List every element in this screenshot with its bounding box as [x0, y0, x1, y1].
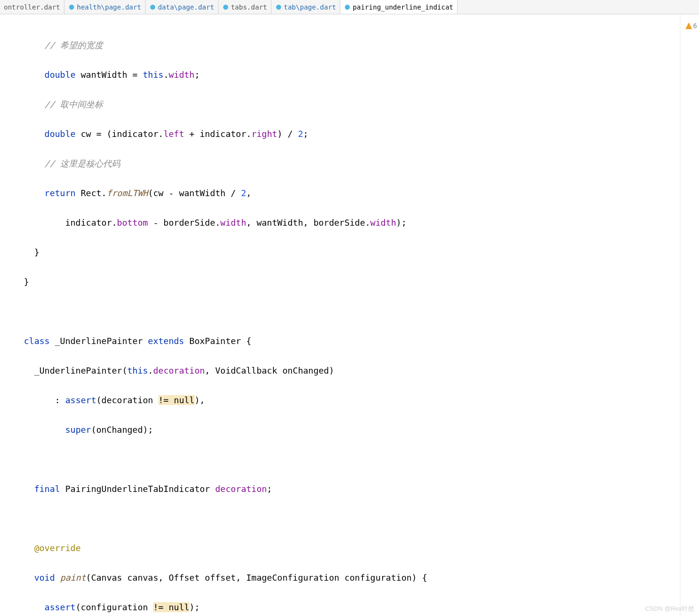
dart-file-icon — [275, 4, 282, 10]
editor-area: // 希望的宽度 double wantWidth = this.width; … — [0, 14, 699, 616]
keyword: return — [44, 188, 75, 198]
code-text: (decoration — [96, 395, 158, 405]
space — [55, 573, 60, 583]
keyword: double — [44, 70, 75, 80]
field: decoration — [153, 365, 205, 376]
code-text: (Canvas canvas, Offset offset, ImageConf… — [86, 573, 427, 583]
function-name: paint — [60, 573, 86, 583]
dart-file-icon — [222, 4, 229, 10]
code-text: ) / — [277, 129, 298, 139]
keyword: this — [143, 70, 163, 80]
code-text: ; — [303, 129, 308, 139]
number: 2 — [241, 188, 246, 198]
svg-point-1 — [150, 4, 156, 10]
comment: // 希望的宽度 — [44, 40, 103, 50]
tab-tabs[interactable]: tabs.dart — [219, 0, 271, 14]
field: bottom — [117, 218, 148, 228]
keyword: void — [34, 573, 55, 583]
field: width — [370, 218, 396, 228]
code-text: indicator. — [24, 218, 117, 228]
code-text: _UnderlinePainter( — [24, 365, 127, 376]
comment: // 取中间坐标 — [44, 99, 103, 109]
tab-label: tab\page.dart — [284, 3, 336, 11]
type: Rect — [81, 188, 101, 198]
field: width — [168, 70, 194, 80]
vertical-scrollbar[interactable] — [692, 14, 699, 616]
comment: // 这里是核心代码 — [44, 158, 120, 168]
keyword: assert — [44, 602, 75, 612]
code-text: } — [24, 274, 680, 289]
keyword: double — [44, 129, 75, 139]
code-text: + indicator. — [184, 129, 251, 139]
annotation: @override — [34, 543, 81, 553]
tab-label: data\page.dart — [158, 3, 214, 11]
code-editor[interactable]: // 希望的宽度 double wantWidth = this.width; … — [24, 14, 680, 616]
tab-health-page[interactable]: health\page.dart — [64, 0, 146, 14]
dart-file-icon — [149, 4, 156, 10]
code-text: } — [24, 245, 680, 260]
space — [75, 188, 81, 198]
keyword: extends — [148, 336, 184, 346]
function: fromLTWH — [106, 188, 148, 198]
warning-icon — [686, 22, 692, 29]
svg-point-3 — [276, 4, 282, 10]
dot: . — [102, 188, 107, 198]
code-text: : — [24, 395, 65, 405]
code-text: wantWidth = — [75, 70, 143, 80]
field: left — [164, 129, 184, 139]
tab-pairing-underline-indicator[interactable]: pairing_underline_indicat — [340, 0, 458, 14]
keyword: this — [127, 365, 148, 376]
tab-controller[interactable]: ontroller.dart — [0, 0, 64, 14]
code-text: ), — [195, 395, 205, 405]
field: decoration — [215, 484, 267, 494]
keyword: class — [24, 336, 50, 346]
keyword: super — [65, 425, 91, 435]
tab-label: health\page.dart — [77, 3, 141, 11]
code-text: ); — [396, 218, 407, 228]
dot: . — [148, 365, 153, 376]
field: width — [220, 218, 246, 228]
code-text: , wantWidth, borderSide. — [246, 218, 370, 228]
svg-point-0 — [69, 4, 74, 10]
keyword: assert — [65, 395, 96, 405]
code-text: , — [246, 188, 251, 198]
code-text: (cw - wantWidth / — [148, 188, 241, 198]
code-text: - borderSide. — [148, 218, 220, 228]
code-text — [24, 425, 65, 435]
field: right — [251, 129, 277, 139]
tab-tab-page[interactable]: tab\page.dart — [271, 0, 341, 14]
editor-tabs-bar: ontroller.dart health\page.dart data\pag… — [0, 0, 699, 14]
class-name: _UnderlinePainter — [50, 336, 148, 346]
tab-label: tabs.dart — [231, 3, 267, 11]
code-text: (configuration — [75, 602, 153, 612]
code-text: ); — [189, 602, 200, 612]
code-text: ; — [267, 484, 272, 494]
keyword: final — [34, 484, 60, 494]
gutter[interactable] — [0, 14, 24, 616]
tab-label: ontroller.dart — [4, 3, 60, 11]
svg-point-4 — [345, 4, 350, 10]
dart-file-icon — [68, 4, 75, 10]
code-text: , VoidCallback onChanged) — [205, 365, 334, 376]
code-text: BoxPainter { — [184, 336, 251, 346]
tab-data-page[interactable]: data\page.dart — [146, 0, 219, 14]
svg-point-2 — [223, 4, 229, 10]
code-text: (onChanged); — [91, 425, 153, 435]
dart-file-icon — [344, 4, 351, 10]
dot: . — [164, 70, 169, 80]
highlighted: != null — [153, 602, 189, 612]
code-text: cw = (indicator. — [75, 129, 163, 139]
code-text: PairingUnderlineTabIndicator — [60, 484, 215, 494]
tab-label: pairing_underline_indicat — [353, 3, 453, 11]
code-text: ; — [195, 70, 200, 80]
number: 2 — [298, 129, 303, 139]
highlighted: != null — [158, 395, 195, 405]
watermark: CSDN @Rex叶然 — [645, 605, 694, 613]
